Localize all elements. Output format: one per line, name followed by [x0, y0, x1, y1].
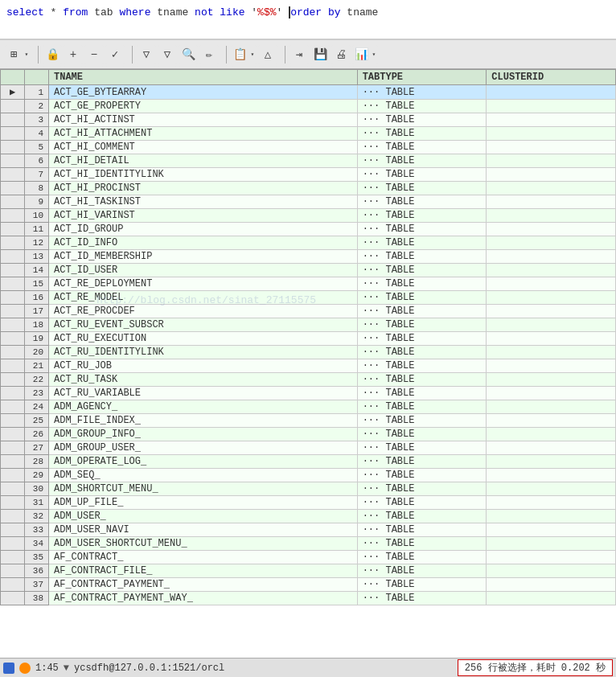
cell-clusterid[interactable] [487, 85, 616, 100]
cell-clusterid[interactable] [487, 141, 616, 154]
cell-tabtype[interactable]: ··· TABLE [357, 496, 487, 510]
confirm-button[interactable]: ✓ [105, 45, 125, 64]
cell-tabtype[interactable]: ··· TABLE [357, 318, 487, 332]
cell-tname[interactable]: ACT_RU_VARIABLE [49, 387, 358, 400]
cell-clusterid[interactable] [487, 113, 616, 127]
cell-clusterid[interactable] [487, 400, 616, 414]
cell-tabtype[interactable]: ··· TABLE [357, 182, 487, 195]
table-row[interactable]: 20ACT_RU_IDENTITYLINK··· TABLE [1, 346, 616, 359]
table-row[interactable]: 34ADM_USER_SHORTCUT_MENU_··· TABLE [1, 537, 616, 551]
cell-tname[interactable]: ADM_USER_ [49, 510, 358, 523]
cell-tname[interactable]: ACT_HI_IDENTITYLINK [49, 168, 358, 182]
cell-tabtype[interactable]: ··· TABLE [357, 168, 487, 182]
cell-tname[interactable]: ACT_HI_PROCINST [49, 182, 358, 195]
cell-tname[interactable]: ACT_HI_VARINST [49, 209, 358, 223]
cell-tname[interactable]: ACT_RE_MODEL [49, 291, 358, 305]
table-row[interactable]: 22ACT_RU_TASK··· TABLE [1, 373, 616, 387]
cell-tname[interactable]: ACT_RU_IDENTITYLINK [49, 346, 358, 359]
cell-tname[interactable]: ACT_HI_DETAIL [49, 154, 358, 168]
cell-tabtype[interactable]: ··· TABLE [357, 195, 487, 209]
import-button[interactable]: ⇥ [290, 45, 309, 64]
clear-button[interactable]: ✏ [199, 45, 219, 64]
cell-clusterid[interactable] [487, 496, 616, 510]
cell-clusterid[interactable] [487, 195, 616, 209]
cell-clusterid[interactable] [487, 264, 616, 277]
cell-tabtype[interactable]: ··· TABLE [357, 141, 487, 154]
table-row[interactable]: 27ADM_GROUP_USER_··· TABLE [1, 441, 616, 455]
cell-tname[interactable]: ACT_GE_BYTEARRAY [49, 85, 358, 100]
cell-tabtype[interactable]: ··· TABLE [357, 428, 487, 441]
cell-tabtype[interactable]: ··· TABLE [357, 359, 487, 373]
cell-tname[interactable]: ACT_ID_MEMBERSHIP [49, 250, 358, 264]
table-row[interactable]: 30ADM_SHORTCUT_MENU_··· TABLE [1, 482, 616, 496]
table-row[interactable]: 13ACT_ID_MEMBERSHIP··· TABLE [1, 250, 616, 264]
cell-tname[interactable]: ADM_OPERATE_LOG_ [49, 455, 358, 469]
table-row[interactable]: 36AF_CONTRACT_FILE_··· TABLE [1, 564, 616, 578]
cell-tname[interactable]: ADM_GROUP_USER_ [49, 441, 358, 455]
table-row[interactable]: 5ACT_HI_COMMENT··· TABLE [1, 141, 616, 154]
table-row[interactable]: 23ACT_RU_VARIABLE··· TABLE [1, 387, 616, 400]
table-container[interactable]: TNAME TABTYPE CLUSTERID ▶1ACT_GE_BYTEARR… [0, 69, 616, 658]
cell-tabtype[interactable]: ··· TABLE [357, 100, 487, 113]
chart-button[interactable]: 📊 ▾ [352, 45, 378, 64]
col-tname-header[interactable]: TNAME [49, 70, 358, 85]
table-row[interactable]: 11ACT_ID_GROUP··· TABLE [1, 223, 616, 236]
table-row[interactable]: 38AF_CONTRACT_PAYMENT_WAY_··· TABLE [1, 592, 616, 605]
cell-tabtype[interactable]: ··· TABLE [357, 482, 487, 496]
copy-dropdown-arrow[interactable]: ▾ [248, 45, 257, 64]
cell-clusterid[interactable] [487, 277, 616, 291]
grid-icon[interactable]: ⊞ [5, 45, 23, 64]
cell-tname[interactable]: ACT_RU_JOB [49, 359, 358, 373]
table-row[interactable]: 14ACT_ID_USER··· TABLE [1, 264, 616, 277]
save-button[interactable]: 💾 [310, 45, 330, 64]
cell-tname[interactable]: ACT_RU_EXECUTION [49, 332, 358, 346]
cell-clusterid[interactable] [487, 100, 616, 113]
chart-icon[interactable]: 📊 [352, 45, 370, 64]
table-row[interactable]: 16ACT_RE_MODEL··· TABLE [1, 291, 616, 305]
cell-tabtype[interactable]: ··· TABLE [357, 154, 487, 168]
cell-clusterid[interactable] [487, 523, 616, 537]
cell-tabtype[interactable]: ··· TABLE [357, 537, 487, 551]
table-row[interactable]: 2ACT_GE_PROPERTY··· TABLE [1, 100, 616, 113]
col-clusterid-header[interactable]: CLUSTERID [487, 70, 616, 85]
grid-dropdown-arrow[interactable]: ▾ [23, 45, 31, 64]
cell-tname[interactable]: ACT_HI_ACTINST [49, 113, 358, 127]
cell-tabtype[interactable]: ··· TABLE [357, 592, 487, 605]
table-row[interactable]: 12ACT_ID_INFO··· TABLE [1, 236, 616, 250]
col-tabtype-header[interactable]: TABTYPE [357, 70, 487, 85]
cell-tabtype[interactable]: ··· TABLE [357, 291, 487, 305]
cell-tname[interactable]: ADM_SHORTCUT_MENU_ [49, 482, 358, 496]
cell-tname[interactable]: AF_CONTRACT_PAYMENT_ [49, 578, 358, 592]
cell-tabtype[interactable]: ··· TABLE [357, 455, 487, 469]
cell-clusterid[interactable] [487, 332, 616, 346]
table-row[interactable]: 3ACT_HI_ACTINST··· TABLE [1, 113, 616, 127]
cell-tabtype[interactable]: ··· TABLE [357, 441, 487, 455]
cell-tname[interactable]: AF_CONTRACT_ [49, 551, 358, 564]
table-row[interactable]: 24ADM_AGENCY_··· TABLE [1, 400, 616, 414]
sql-editor[interactable]: select * from tab where tname not like '… [0, 0, 616, 40]
cell-tabtype[interactable]: ··· TABLE [357, 564, 487, 578]
cell-tname[interactable]: ACT_ID_USER [49, 264, 358, 277]
table-row[interactable]: 33ADM_USER_NAVI··· TABLE [1, 523, 616, 537]
cell-tabtype[interactable]: ··· TABLE [357, 223, 487, 236]
cell-tname[interactable]: ADM_USER_NAVI [49, 523, 358, 537]
cell-tname[interactable]: ACT_RE_PROCDEF [49, 305, 358, 318]
table-row[interactable]: 29ADM_SEQ_··· TABLE [1, 469, 616, 482]
cell-tname[interactable]: ACT_HI_ATTACHMENT [49, 127, 358, 141]
cell-tname[interactable]: ADM_SEQ_ [49, 469, 358, 482]
cell-tabtype[interactable]: ··· TABLE [357, 400, 487, 414]
cell-tabtype[interactable]: ··· TABLE [357, 551, 487, 564]
cell-tabtype[interactable]: ··· TABLE [357, 578, 487, 592]
cell-tname[interactable]: ADM_AGENCY_ [49, 400, 358, 414]
table-row[interactable]: 25ADM_FILE_INDEX_··· TABLE [1, 414, 616, 428]
status-arrow[interactable]: ▼ [64, 663, 69, 674]
cell-tname[interactable]: ACT_ID_INFO [49, 236, 358, 250]
cell-tname[interactable]: ADM_USER_SHORTCUT_MENU_ [49, 537, 358, 551]
cell-tabtype[interactable]: ··· TABLE [357, 414, 487, 428]
cell-clusterid[interactable] [487, 578, 616, 592]
cell-tname[interactable]: ACT_HI_COMMENT [49, 141, 358, 154]
cell-clusterid[interactable] [487, 318, 616, 332]
cell-clusterid[interactable] [487, 250, 616, 264]
cell-clusterid[interactable] [487, 346, 616, 359]
cell-tabtype[interactable]: ··· TABLE [357, 332, 487, 346]
